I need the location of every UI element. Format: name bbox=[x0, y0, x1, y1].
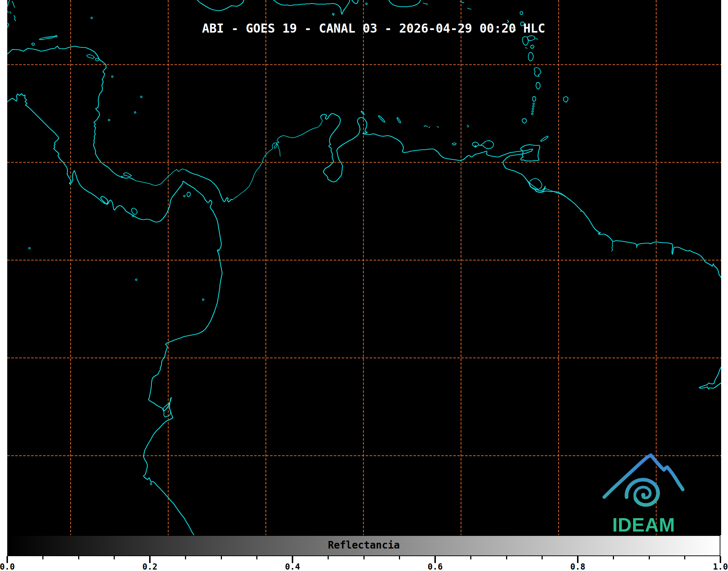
colorbar-tick-label: 0.4 bbox=[285, 563, 300, 571]
island-gorgona bbox=[202, 299, 204, 300]
coast-puerto-rico bbox=[389, 0, 420, 7]
colorbar-minor-tick bbox=[78, 556, 79, 559]
coast-tobago bbox=[540, 136, 548, 142]
colorbar-minor-tick bbox=[613, 556, 614, 559]
island-coiba-dot bbox=[132, 215, 134, 217]
colorbar-tick-label: 0.0 bbox=[0, 563, 15, 571]
island-grenadines-1 bbox=[533, 103, 534, 104]
island-saona-dot bbox=[366, 3, 367, 4]
coast-aruba bbox=[361, 111, 364, 115]
coast-les-saintes bbox=[525, 48, 527, 49]
coast-amazon-river bbox=[699, 367, 721, 389]
colorbar-minor-tick bbox=[256, 556, 257, 559]
island-san-andres bbox=[134, 112, 136, 113]
ideam-logo-mountain bbox=[604, 455, 683, 497]
island-malpelo bbox=[135, 279, 137, 280]
coast-barbados bbox=[563, 97, 568, 102]
colorbar-tick-label: 1.0 bbox=[713, 563, 728, 571]
coast-turneffe-cayes bbox=[14, 16, 16, 21]
coast-st-lucia bbox=[536, 83, 540, 89]
coast-guanaja-island bbox=[55, 35, 57, 37]
coast-los-roques-2 bbox=[429, 127, 430, 128]
island-grenadines-2 bbox=[533, 105, 534, 107]
colorbar-tick-label: 0.6 bbox=[428, 563, 443, 571]
coast-caye-2 bbox=[10, 12, 11, 13]
coast-caratasca-lagoon bbox=[87, 55, 94, 59]
island-grenadines-5 bbox=[531, 113, 533, 114]
island-miskito-cays bbox=[111, 76, 113, 77]
island-grenadines-4 bbox=[532, 110, 533, 112]
colorbar-minor-tick bbox=[649, 556, 650, 559]
coast-isla-beata bbox=[332, 13, 334, 16]
coast-belize-cayes bbox=[12, 1, 14, 8]
colorbar-minor-tick bbox=[221, 556, 222, 559]
colorbar-tick-label: 0.8 bbox=[570, 563, 585, 571]
island-pearl-dot bbox=[184, 195, 185, 197]
coast-trinidad bbox=[521, 145, 540, 161]
colorbar-minor-tick bbox=[542, 556, 543, 559]
colorbar-label: Reflectancia bbox=[328, 540, 400, 550]
coast-bocas-islands bbox=[123, 173, 131, 177]
coast-marie-galante bbox=[530, 45, 534, 49]
coast-grenada bbox=[522, 119, 526, 123]
coast-la-tortuga bbox=[452, 143, 456, 145]
island-swan-island bbox=[91, 17, 92, 18]
colorbar: Reflectancia bbox=[7, 535, 720, 556]
island-corn-islands bbox=[108, 119, 110, 121]
coast-la-desirade bbox=[536, 39, 538, 39]
colorbar-minor-tick bbox=[470, 556, 471, 559]
coast-hispaniola-east bbox=[352, 0, 358, 4]
coast-curacao bbox=[378, 116, 385, 122]
coast-jamaica bbox=[197, 0, 244, 11]
island-cocos-island bbox=[29, 247, 30, 249]
colorbar-minor-tick bbox=[185, 556, 186, 559]
ideam-logo: IDEAM bbox=[589, 449, 698, 535]
coast-bonaire bbox=[397, 118, 400, 123]
coast-vieques bbox=[423, 3, 428, 4]
coast-amatique-bay bbox=[8, 24, 9, 27]
coast-magdalena-river bbox=[277, 143, 280, 156]
coast-panama-caribbean bbox=[133, 169, 186, 186]
coast-utila-island bbox=[31, 43, 34, 46]
coast-puna-island bbox=[163, 403, 171, 417]
coast-dominica bbox=[528, 53, 533, 61]
island-providencia bbox=[140, 96, 142, 97]
island-lobos-de-tierra bbox=[150, 483, 152, 484]
coast-coiba bbox=[131, 208, 137, 215]
coast-guajira-venezuela-guianas bbox=[320, 114, 721, 280]
coast-guyana-coastal-spit bbox=[545, 189, 568, 199]
colorbar-minor-tick bbox=[114, 556, 115, 559]
coast-hispaniola-south bbox=[274, 0, 350, 14]
coast-pacific-mainland bbox=[8, 94, 222, 536]
coast-barbuda bbox=[520, 12, 523, 15]
coast-pearl-islands bbox=[187, 192, 190, 197]
coast-martinique bbox=[534, 68, 541, 77]
coast-belize-coast-2 bbox=[8, 12, 8, 13]
coast-sanblas-darien-uraba bbox=[186, 170, 232, 202]
colorbar-minor-tick bbox=[506, 556, 507, 559]
satellite-map: ABI - GOES 19 - CANAL 03 - 2026-04-29 00… bbox=[7, 0, 721, 535]
map-title: ABI - GOES 19 - CANAL 03 - 2026-04-29 00… bbox=[202, 22, 545, 35]
coast-la-blanquilla bbox=[467, 125, 468, 127]
colorbar-minor-tick bbox=[42, 556, 43, 559]
coast-la-orchila bbox=[437, 127, 438, 127]
colorbar-minor-tick bbox=[399, 556, 400, 559]
coast-roatan-island bbox=[39, 37, 55, 40]
figure: ABI - GOES 19 - CANAL 03 - 2026-04-29 00… bbox=[0, 0, 728, 571]
colorbar-minor-tick bbox=[684, 556, 685, 559]
colorbar-minor-tick bbox=[363, 556, 365, 559]
coast-belize-coast bbox=[8, 0, 9, 7]
colorbar-minor-tick bbox=[328, 556, 329, 559]
ideam-logo-spiral-eye bbox=[641, 493, 645, 497]
coast-los-roques bbox=[424, 126, 428, 127]
coast-essequibo-river bbox=[611, 242, 613, 251]
colorbar-tick-label: 0.2 bbox=[142, 563, 157, 571]
ideam-logo-cyclone-spiral bbox=[627, 480, 658, 505]
ideam-logo-text: IDEAM bbox=[612, 514, 675, 535]
coast-colombia-caribbean bbox=[232, 117, 322, 200]
coast-guadeloupe-grande-terre bbox=[527, 36, 535, 41]
coast-st-croix bbox=[467, 8, 471, 9]
ideam-logo-mountain-stroke bbox=[604, 455, 683, 497]
coast-st-vincent bbox=[533, 97, 536, 102]
island-grenadines-3 bbox=[532, 108, 534, 109]
